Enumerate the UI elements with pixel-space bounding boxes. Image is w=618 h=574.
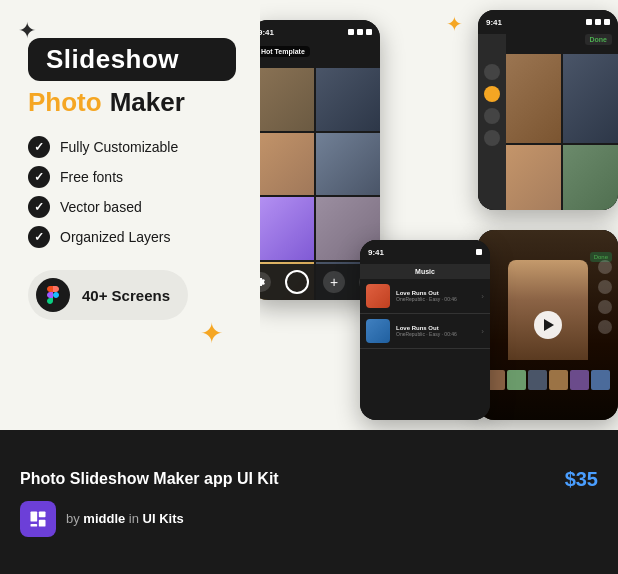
br-person-image: [508, 260, 588, 360]
product-price: $35: [565, 468, 598, 491]
subtitle-maker: Maker: [110, 87, 185, 118]
phone-tr-sidebar: [478, 34, 506, 210]
sidebar-dot-4: [484, 130, 500, 146]
phone-bc-content: 9:41 Music Love Runs Out OneRepublic · E…: [360, 240, 490, 420]
phone-br-screen: 9:41: [478, 230, 618, 420]
screens-badge: 40+ Screens: [28, 270, 188, 320]
svg-rect-3: [39, 519, 46, 526]
screens-label: 40+ Screens: [82, 287, 170, 304]
svg-rect-1: [31, 511, 38, 521]
feature-label-4: Organized Layers: [60, 229, 171, 245]
ctrl-record-icon[interactable]: [285, 270, 309, 294]
photo-cell-2: [316, 68, 380, 131]
timeline-3: [528, 370, 547, 390]
music-arrow-1: ›: [481, 292, 484, 301]
author-prefix: by: [66, 511, 83, 526]
figma-icon: [36, 278, 70, 312]
br-right-controls: [598, 260, 612, 334]
sidebar-dot-2: [484, 86, 500, 102]
features-list: Fully Customizable Free fonts Vector bas…: [28, 136, 236, 248]
svg-rect-2: [39, 511, 46, 517]
sparkle-top-left-icon: ✦: [18, 18, 36, 44]
tr-cell-4: [563, 145, 618, 210]
product-row: Photo Slideshow Maker app UI Kit $35: [20, 468, 598, 491]
right-panel: ✦ 9:41 Hot Template: [260, 0, 618, 430]
product-card: ✦ Slideshow Photo Maker Fully Customizab…: [0, 0, 618, 574]
photo-cell-4: [316, 133, 380, 196]
title-badge: Slideshow: [28, 38, 236, 81]
feature-item-4: Organized Layers: [28, 226, 236, 248]
svg-rect-4: [31, 524, 38, 527]
tr-status-icons: [586, 19, 610, 25]
phone-tr-content: [478, 34, 618, 210]
photo-cell-5: [260, 197, 314, 260]
info-bar: Photo Slideshow Maker app UI Kit $35 by …: [0, 430, 618, 574]
phone-bottom-right: 9:41: [478, 230, 618, 420]
phone-group: 9:41 Hot Template: [260, 0, 618, 430]
feature-item-2: Free fonts: [28, 166, 236, 188]
category-link[interactable]: UI Kits: [143, 511, 184, 526]
bc-status-time: 9:41: [368, 248, 384, 257]
phone-tr-status: 9:41: [478, 10, 618, 34]
phone-bottom-center: 9:41 Music Love Runs Out OneRepublic · E…: [360, 240, 490, 420]
tr-cell-3: [506, 145, 561, 210]
battery-icon: [366, 29, 372, 35]
phone-main-status-bar: 9:41: [260, 20, 380, 44]
br-timeline: [486, 370, 610, 390]
phone-top-right: 9:41: [478, 10, 618, 210]
author-text: by middle in UI Kits: [66, 511, 184, 526]
bc-signal: [476, 249, 482, 255]
music-thumb-2: [366, 319, 390, 343]
phone-tr-grid: [506, 54, 618, 210]
feature-item-3: Vector based: [28, 196, 236, 218]
sparkle-top-right-icon: ✦: [446, 12, 463, 36]
photo-cell-1: [260, 68, 314, 131]
left-panel: ✦ Slideshow Photo Maker Fully Customizab…: [0, 0, 260, 430]
br-ctrl-4: [598, 320, 612, 334]
feature-label-3: Vector based: [60, 199, 142, 215]
phone-tr-screen: 9:41: [478, 10, 618, 210]
author-row: by middle in UI Kits: [20, 501, 598, 537]
tr-cell-1: [506, 54, 561, 143]
music-item-1[interactable]: Love Runs Out OneRepublic · Easy · 00:46…: [360, 279, 490, 314]
tr-battery-icon: [604, 19, 610, 25]
timeline-6: [591, 370, 610, 390]
timeline-4: [549, 370, 568, 390]
bc-status-icons: [476, 249, 482, 255]
music-header: Music: [360, 264, 490, 279]
sidebar-dot-1: [484, 64, 500, 80]
br-ctrl-2: [598, 280, 612, 294]
status-icons: [348, 29, 372, 35]
done-button-tr[interactable]: Done: [585, 34, 613, 45]
tr-cell-2: [563, 54, 618, 143]
feature-item-1: Fully Customizable: [28, 136, 236, 158]
play-button[interactable]: [534, 311, 562, 339]
music-thumb-1: [366, 284, 390, 308]
hot-template-label: Hot Template: [260, 46, 310, 57]
author-mid: in: [125, 511, 142, 526]
wifi-icon: [357, 29, 363, 35]
music-item-2[interactable]: Love Runs Out OneRepublic · Easy · 00:46…: [360, 314, 490, 349]
product-title: Photo Slideshow Maker app UI Kit: [20, 470, 279, 488]
subtitle-photo: Photo: [28, 87, 102, 118]
timeline-2: [507, 370, 526, 390]
ctrl-add-icon[interactable]: +: [323, 271, 345, 293]
sidebar-dot-3: [484, 108, 500, 124]
author-icon: [20, 501, 56, 537]
check-icon-1: [28, 136, 50, 158]
music-sub-2: OneRepublic · Easy · 00:46: [396, 331, 475, 337]
music-info-2: Love Runs Out OneRepublic · Easy · 00:46: [396, 325, 475, 337]
tr-wifi-icon: [595, 19, 601, 25]
signal-icon: [348, 29, 354, 35]
author-name[interactable]: middle: [83, 511, 125, 526]
phone-bc-status: 9:41: [360, 240, 490, 264]
ctrl-settings-icon[interactable]: [260, 272, 271, 292]
status-time: 9:41: [260, 28, 274, 37]
photo-cell-3: [260, 133, 314, 196]
tr-status-time: 9:41: [486, 18, 502, 27]
sparkle-bottom-icon: ✦: [200, 317, 223, 350]
music-info-1: Love Runs Out OneRepublic · Easy · 00:46: [396, 290, 475, 302]
timeline-5: [570, 370, 589, 390]
music-sub-1: OneRepublic · Easy · 00:46: [396, 296, 475, 302]
check-icon-4: [28, 226, 50, 248]
